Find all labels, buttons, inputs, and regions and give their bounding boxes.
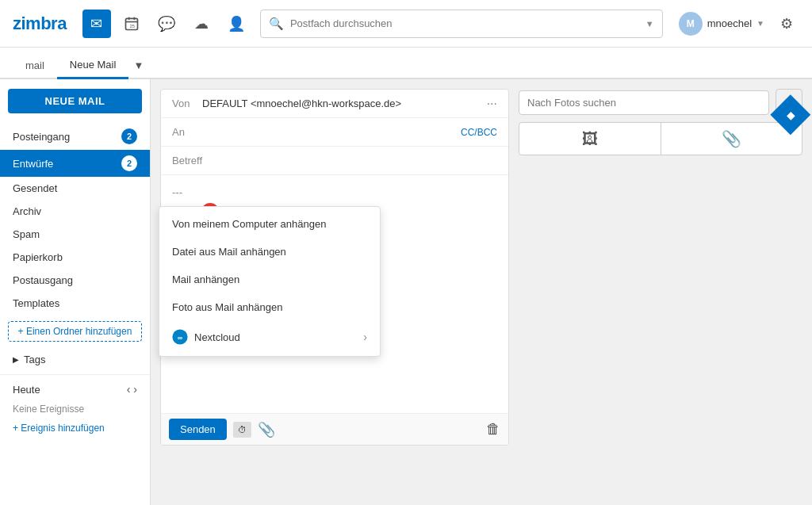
entwuerfe-badge: 2	[121, 155, 137, 171]
chat-nav-icon[interactable]: 💬	[152, 10, 181, 38]
from-field: Von DEFAULT <mnoechel@hkn-workspace.de> …	[161, 90, 508, 118]
sidebar-item-entwuerfe[interactable]: Entwürfe 2	[0, 150, 150, 177]
photo-search-input[interactable]	[519, 90, 769, 115]
tags-section[interactable]: ▶ Tags	[0, 348, 150, 371]
tab-neue-mail[interactable]: Neue Mail	[57, 52, 129, 79]
dropdown-label-mail-file: Datei aus Mail anhängen	[172, 246, 286, 258]
tab-mail-label: mail	[25, 59, 44, 71]
no-events-label: Keine Ereignisse	[13, 400, 137, 418]
search-dropdown-icon[interactable]: ▼	[645, 19, 654, 29]
sidebar-item-papierkorb[interactable]: Papierkorb	[0, 246, 150, 269]
sidebar-item-archiv[interactable]: Archiv	[0, 200, 150, 223]
tab-dropdown-icon[interactable]: ▼	[128, 53, 148, 78]
sidebar-label-spam: Spam	[13, 228, 40, 240]
nextcloud-label: Nextcloud	[194, 331, 240, 343]
from-value: DEFAULT <mnoechel@hkn-workspace.de>	[202, 98, 487, 109]
new-mail-button[interactable]: NEUE MAIL	[8, 89, 142, 113]
avatar: M	[679, 12, 703, 36]
sidebar: NEUE MAIL Posteingang 2 Entwürfe 2 Gesen…	[0, 79, 151, 505]
sidebar-item-gesendet[interactable]: Gesendet	[0, 177, 150, 200]
sidebar-label-posteingang: Posteingang	[13, 131, 70, 143]
dropdown-label-computer: Von meinem Computer anhängen	[172, 218, 326, 230]
cc-bcc-button[interactable]: CC/BCC	[461, 127, 497, 138]
sidebar-label-entwuerfe: Entwürfe	[13, 158, 53, 170]
tab-mail[interactable]: mail	[13, 53, 57, 79]
calendar-header: Heute ‹ ›	[13, 383, 137, 396]
calendar-nav: ‹ ›	[127, 383, 137, 396]
logo-text: zimbra	[13, 13, 67, 33]
nextcloud-logo-icon: ∞	[172, 329, 188, 345]
nav-icons: ✉ 25 💬 ☁ 👤	[82, 10, 251, 38]
nextcloud-chevron-icon: ›	[363, 331, 367, 343]
svg-text:∞: ∞	[178, 334, 183, 342]
svg-text:25: 25	[129, 24, 134, 29]
sidebar-label-templates: Templates	[13, 297, 59, 309]
media-icons: 🖼 📎	[519, 122, 802, 155]
main-layout: NEUE MAIL Posteingang 2 Entwürfe 2 Gesen…	[0, 79, 812, 505]
dropdown-item-nextcloud[interactable]: ∞ Nextcloud ›	[159, 321, 380, 353]
send-button[interactable]: Senden	[169, 419, 227, 440]
tab-bar: mail Neue Mail ▼	[0, 48, 812, 79]
sidebar-item-postausgang[interactable]: Postausgang	[0, 269, 150, 292]
subject-field[interactable]: Betreff	[161, 147, 508, 175]
to-field[interactable]: An CC/BCC	[161, 118, 508, 147]
photo-search: →	[519, 89, 802, 116]
add-event-button[interactable]: + Ereignis hinzufügen	[13, 423, 137, 434]
delete-icon[interactable]: 🗑	[486, 421, 500, 438]
calendar-prev-button[interactable]: ‹	[127, 383, 131, 396]
posteingang-badge: 2	[121, 128, 137, 144]
attachment-dropdown-menu: Von meinem Computer anhängen Datei aus M…	[159, 206, 381, 357]
contacts-nav-icon[interactable]: 👤	[222, 10, 251, 38]
search-icon: 🔍	[269, 17, 284, 31]
calendar-next-button[interactable]: ›	[133, 383, 137, 396]
app-header: zimbra ✉ 25 💬 ☁ 👤 🔍 ▼ M mnoechel ▼ ⚙	[0, 0, 812, 48]
dropdown-item-photo[interactable]: Foto aus Mail anhängen	[159, 293, 380, 321]
zimbra-logo: zimbra	[13, 13, 67, 34]
search-bar: 🔍 ▼	[260, 10, 663, 38]
attachment-icon[interactable]: 📎	[258, 421, 275, 438]
dropdown-item-computer[interactable]: Von meinem Computer anhängen	[159, 210, 380, 238]
sidebar-item-posteingang[interactable]: Posteingang 2	[0, 123, 150, 150]
sidebar-item-spam[interactable]: Spam	[0, 223, 150, 246]
tab-neue-mail-label: Neue Mail	[70, 59, 117, 71]
sidebar-label-postausgang: Postausgang	[13, 274, 73, 286]
image-icon-button[interactable]: 🖼	[519, 123, 661, 155]
subject-label: Betreff	[172, 155, 202, 166]
username-label: mnoechel	[707, 17, 752, 29]
sidebar-label-papierkorb: Papierkorb	[13, 251, 63, 263]
calendar-section: Heute ‹ › Keine Ereignisse + Ereignis hi…	[0, 374, 150, 442]
user-dropdown-icon: ▼	[756, 19, 764, 28]
tags-label: Tags	[24, 354, 45, 365]
compose-toolbar: Senden ⏱ 📎 🗑	[161, 413, 508, 445]
from-label: Von	[172, 98, 196, 109]
dropdown-label-mail: Mail anhängen	[172, 274, 239, 285]
add-folder-button[interactable]: + Einen Ordner hinzufügen	[8, 321, 142, 342]
mail-nav-icon[interactable]: ✉	[82, 10, 111, 38]
cloud-nav-icon[interactable]: ☁	[187, 10, 216, 38]
sidebar-item-templates[interactable]: Templates	[0, 292, 150, 315]
calendar-nav-icon[interactable]: 25	[117, 10, 146, 38]
dropdown-item-mail[interactable]: Mail anhängen	[159, 266, 380, 293]
user-menu[interactable]: M mnoechel ▼	[679, 12, 764, 36]
sidebar-label-gesendet: Gesendet	[13, 182, 57, 194]
settings-icon[interactable]: ⚙	[774, 11, 799, 36]
dropdown-label-photo: Foto aus Mail anhängen	[172, 301, 282, 313]
sidebar-label-archiv: Archiv	[13, 205, 41, 217]
send-options-icon[interactable]: ⏱	[233, 422, 251, 438]
signature-separator: ---	[172, 186, 497, 198]
to-label: An	[172, 126, 196, 138]
calendar-title: Heute	[13, 384, 40, 396]
paperclip-icon-button[interactable]: 📎	[661, 123, 802, 155]
search-input[interactable]	[290, 17, 639, 29]
tags-expand-icon: ▶	[13, 355, 19, 364]
header-right: M mnoechel ▼ ⚙	[679, 11, 799, 36]
from-more-button[interactable]: ···	[487, 97, 497, 111]
right-panel: ◆ → 🖼 📎	[519, 79, 812, 505]
dropdown-item-mail-file[interactable]: Datei aus Mail anhängen	[159, 238, 380, 266]
